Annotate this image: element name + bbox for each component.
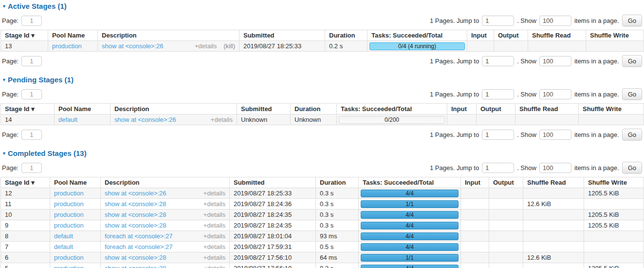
items-label: items in a page. [574,131,619,138]
details-toggle[interactable]: +details [203,265,225,268]
column-header[interactable]: Submitted [239,30,325,41]
column-header[interactable]: Description [110,104,237,115]
go-button[interactable]: Go [622,55,642,67]
details-toggle[interactable]: +details [203,243,225,250]
stage-id-cell: 6 [1,252,50,263]
details-toggle[interactable]: +details [211,116,233,123]
column-header[interactable]: Stage Id ▾ [1,30,48,41]
column-header[interactable]: Output [477,104,515,115]
page-number-input[interactable] [21,16,42,26]
column-header[interactable]: Stage Id ▾ [1,104,55,115]
details-toggle[interactable]: +details [203,190,225,197]
column-header[interactable]: Shuffle Read [528,30,586,41]
pool-name-link[interactable]: production [54,254,84,261]
jump-to-input[interactable] [482,130,514,140]
show-count-input[interactable] [539,163,571,173]
jump-to-input[interactable] [482,16,514,26]
description-link[interactable]: show at <console>:26 [105,190,166,197]
jump-to-input[interactable] [482,56,514,66]
description-link[interactable]: show at <console>:28 [105,211,166,218]
stage-row: 6production+detailsshow at <console>:282… [1,252,644,263]
section-heading-pending[interactable]: ▼Pending Stages (1) [2,76,644,84]
page-number-input[interactable] [21,163,42,173]
pool-name-link[interactable]: production [54,211,84,218]
page-number-input[interactable] [21,56,42,66]
pool-name-link[interactable]: production [54,190,84,197]
pool-name-link[interactable]: production [54,200,84,208]
pool-name-link[interactable]: production [54,222,84,229]
column-header[interactable]: Duration [291,104,337,115]
column-header[interactable]: Description [98,30,239,41]
column-header[interactable]: Pool Name [50,177,101,188]
column-header[interactable]: Tasks: Succeeded/Total [368,30,467,41]
column-header[interactable]: Submitted [230,177,316,188]
description-link[interactable]: show at <console>:28 [105,200,166,208]
column-header[interactable]: Shuffle Write [584,177,644,188]
column-header[interactable]: Shuffle Read [515,104,579,115]
column-header[interactable]: Output [489,177,523,188]
go-button[interactable]: Go [622,15,642,26]
pool-name-link[interactable]: default [54,232,73,240]
description-link[interactable]: foreach at <console>:27 [105,243,173,250]
column-header[interactable]: Input [461,177,489,188]
go-button[interactable]: Go [622,162,642,173]
description-link[interactable]: show at <console>:26 [102,42,163,50]
column-header[interactable]: Pool Name [55,104,110,115]
pool-name-link[interactable]: production [54,265,84,268]
description-cell: +detailsshow at <console>:26 [110,115,237,125]
column-header[interactable]: Output [494,30,528,41]
show-count-input[interactable] [539,130,571,140]
show-count-input[interactable] [539,89,571,99]
description-link[interactable]: show at <console>:28 [105,265,166,268]
column-header[interactable]: Tasks: Succeeded/Total [337,104,447,115]
pool-name-link[interactable]: default [54,243,73,250]
kill-link[interactable]: (kill) [223,42,235,50]
show-count-input[interactable] [539,16,571,26]
column-header[interactable]: Duration [316,177,359,188]
header-row: Stage Id ▾Pool NameDescriptionSubmittedD… [1,30,644,41]
section-heading-completed[interactable]: ▼Completed Stages (13) [2,149,644,158]
collapse-arrow-icon: ▼ [2,4,6,9]
section-heading-active[interactable]: ▼Active Stages (1) [2,2,644,11]
output-cell [489,220,523,231]
description-link[interactable]: show at <console>:26 [114,116,176,123]
output-cell [489,210,523,220]
column-header[interactable]: Stage Id ▾ [1,177,50,188]
column-header[interactable]: Tasks: Succeeded/Total [359,177,461,188]
column-header[interactable]: Shuffle Read [523,177,584,188]
go-button[interactable]: Go [622,129,642,140]
pool-name-link[interactable]: default [58,116,77,123]
task-progress-bar: 1/1 [361,254,459,262]
details-toggle[interactable]: +details [203,200,225,208]
details-toggle[interactable]: +details [203,232,225,240]
description-actions: +details [203,190,225,197]
show-count-input[interactable] [539,56,571,66]
details-toggle[interactable]: +details [203,211,225,218]
stage-id-cell: 7 [1,242,50,252]
description-link[interactable]: foreach at <console>:27 [105,232,173,240]
page-label: Page: [2,164,18,172]
jump-to-input[interactable] [482,163,514,173]
stage-row: 5production+detailsshow at <console>:282… [1,263,644,268]
jump-to-input[interactable] [482,89,514,99]
column-header[interactable]: Submitted [237,104,291,115]
column-header[interactable]: Input [467,30,494,41]
page-number-input[interactable] [21,130,42,140]
column-header[interactable]: Input [447,104,477,115]
description-link[interactable]: show at <console>:28 [105,222,166,229]
details-toggle[interactable]: +details [203,254,225,261]
page-number-input[interactable] [21,89,42,99]
active-stages-table: Stage Id ▾Pool NameDescriptionSubmittedD… [0,30,644,52]
details-toggle[interactable]: +details [203,222,225,229]
pool-name-cell: default [50,231,101,242]
column-header[interactable]: Pool Name [48,30,98,41]
details-toggle[interactable]: +details [195,42,217,50]
go-button[interactable]: Go [622,88,642,100]
pool-name-link[interactable]: production [52,42,82,50]
description-link[interactable]: show at <console>:28 [105,254,166,261]
task-progress-bar: 4/4 [361,211,459,219]
column-header[interactable]: Shuffle Write [586,30,644,41]
column-header[interactable]: Duration [325,30,368,41]
column-header[interactable]: Description [101,177,230,188]
column-header[interactable]: Shuffle Write [579,104,644,115]
